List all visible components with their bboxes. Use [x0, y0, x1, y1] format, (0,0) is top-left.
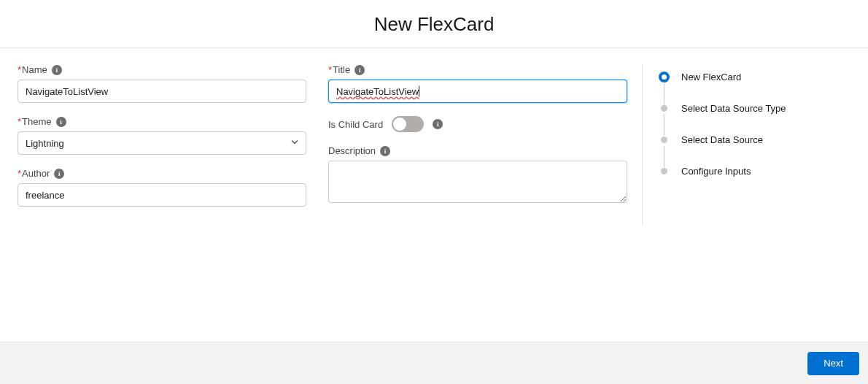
step-label: Select Data Source	[681, 134, 763, 145]
content-area: *Name i *Theme i Lightning *Author i	[0, 47, 868, 225]
info-icon[interactable]: i	[52, 65, 62, 75]
description-label-text: Description	[328, 145, 376, 156]
title-input-wrap: NavigateToListView	[328, 80, 627, 103]
step-connector	[664, 146, 664, 167]
step-select-data-source-type[interactable]: Select Data Source Type	[659, 103, 786, 134]
author-label: *Author i	[18, 168, 306, 179]
step-marker-active	[659, 72, 670, 82]
required-asterisk: *	[18, 168, 21, 179]
stepper-list: New FlexCard Select Data Source Type Sel…	[659, 72, 786, 177]
info-icon[interactable]: i	[56, 117, 66, 127]
wizard-stepper: New FlexCard Select Data Source Type Sel…	[642, 64, 786, 225]
step-marker-inactive	[661, 168, 667, 174]
toggle-knob	[393, 118, 406, 131]
step-select-data-source[interactable]: Select Data Source	[659, 134, 786, 166]
title-input[interactable]	[328, 80, 627, 103]
step-connector	[664, 115, 664, 136]
info-icon[interactable]: i	[380, 146, 390, 156]
required-asterisk: *	[328, 64, 332, 75]
next-button[interactable]: Next	[807, 352, 859, 375]
step-label: New FlexCard	[681, 72, 741, 82]
theme-select[interactable]: Lightning	[18, 131, 306, 155]
description-field-group: Description i	[328, 145, 627, 205]
step-marker-inactive	[661, 105, 667, 112]
author-label-text: Author	[22, 168, 50, 179]
is-child-card-label: Is Child Card	[328, 119, 383, 130]
step-label: Configure Inputs	[681, 166, 751, 177]
name-input[interactable]	[18, 80, 306, 103]
author-input[interactable]	[18, 183, 306, 207]
page-title: New FlexCard	[0, 13, 868, 36]
required-asterisk: *	[18, 64, 21, 75]
name-label-text: Name	[22, 64, 47, 75]
left-column: *Name i *Theme i Lightning *Author i	[0, 64, 321, 225]
info-icon[interactable]: i	[433, 119, 443, 129]
description-textarea[interactable]	[328, 161, 627, 203]
title-field-group: *Title i NavigateToListView	[328, 64, 627, 103]
info-icon[interactable]: i	[354, 65, 365, 75]
modal-header: New FlexCard	[0, 0, 868, 47]
theme-select-wrap: Lightning	[18, 131, 306, 155]
theme-field-group: *Theme i Lightning	[18, 116, 306, 155]
right-column: *Title i NavigateToListView Is Child Car…	[321, 64, 642, 225]
theme-label-text: Theme	[22, 116, 51, 127]
step-connector	[664, 83, 664, 104]
modal-footer: Next	[0, 342, 868, 384]
step-marker-inactive	[661, 137, 667, 143]
step-new-flexcard[interactable]: New FlexCard	[659, 72, 786, 103]
title-label: *Title i	[328, 64, 627, 75]
is-child-card-field: Is Child Card i	[328, 116, 627, 132]
title-label-text: Title	[333, 64, 350, 75]
step-configure-inputs[interactable]: Configure Inputs	[659, 166, 786, 177]
author-field-group: *Author i	[18, 168, 306, 207]
is-child-card-toggle[interactable]	[392, 116, 424, 132]
required-asterisk: *	[18, 116, 21, 127]
name-label: *Name i	[18, 64, 306, 75]
name-field-group: *Name i	[18, 64, 306, 103]
description-label: Description i	[328, 145, 627, 156]
info-icon[interactable]: i	[54, 169, 64, 179]
step-label: Select Data Source Type	[681, 103, 786, 114]
theme-label: *Theme i	[18, 116, 306, 127]
